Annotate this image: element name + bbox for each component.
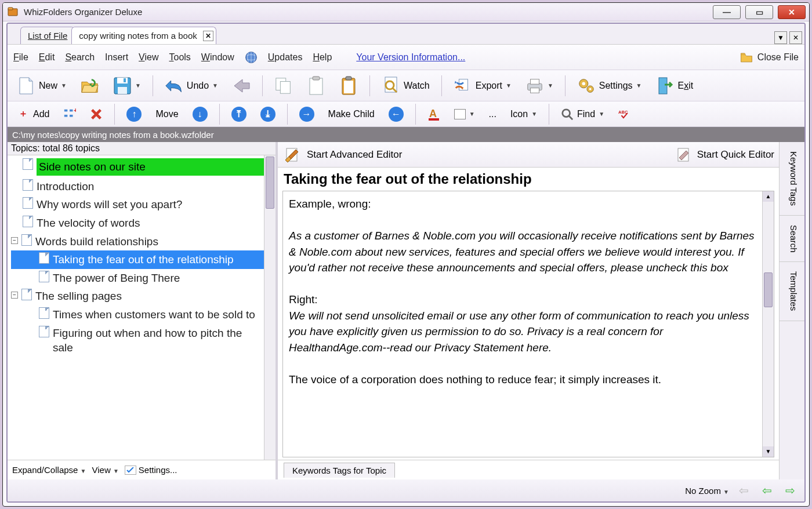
topic-side-notes[interactable]: Side notes on our site <box>11 157 276 177</box>
settings-button[interactable]: Settings ▼ <box>572 74 647 97</box>
note-scrollbar[interactable]: ▲ ▼ <box>762 191 774 457</box>
move-button[interactable]: Move <box>151 107 183 122</box>
folder-icon <box>740 51 753 64</box>
page-icon <box>39 326 49 337</box>
topic-power-being[interactable]: The power of Being There <box>11 269 276 288</box>
font-color-icon: A <box>427 108 440 121</box>
undo-label: Undo <box>187 81 209 91</box>
back-arrow-icon <box>232 77 251 95</box>
paste-button[interactable] <box>302 74 330 97</box>
to-bottom-button[interactable]: ⤓ <box>256 104 280 124</box>
more-button[interactable]: ... <box>484 107 501 122</box>
spellcheck-button[interactable]: ABC <box>614 106 636 123</box>
nav-back-button[interactable]: ⇦ <box>758 483 775 498</box>
print-button[interactable]: ▼ <box>521 74 558 97</box>
tab-close-all-button[interactable]: ✕ <box>789 31 802 44</box>
export-button[interactable]: Export ▼ <box>449 74 516 97</box>
tab-copy-writing-notes[interactable]: copy writing notes from a book ✕ <box>71 27 216 44</box>
side-tab-keyword-tags[interactable]: Keyword Tags <box>780 142 804 216</box>
topic-velocity[interactable]: The velocity of words <box>11 214 276 232</box>
zoom-dropdown[interactable]: No Zoom ▼ <box>685 486 729 496</box>
close-file-button[interactable]: Close File <box>740 51 799 64</box>
save-button[interactable]: ▼ <box>108 74 146 97</box>
tab-dropdown-button[interactable]: ▼ <box>774 31 787 44</box>
svg-rect-9 <box>310 78 322 94</box>
expand-collapse-button[interactable]: Expand/Collapse ▼ <box>12 465 86 475</box>
maximize-button[interactable]: ▭ <box>745 5 773 19</box>
nav-forward-button[interactable]: ⇨ <box>781 483 799 498</box>
minimize-button[interactable]: — <box>713 5 741 19</box>
to-top-button[interactable]: ⤒ <box>227 104 251 124</box>
nav-back-disabled-button[interactable]: ⇦ <box>735 483 752 498</box>
menu-updates[interactable]: Updates <box>268 52 303 63</box>
page-icon <box>21 234 32 246</box>
topic-introduction[interactable]: Introduction <box>11 177 276 196</box>
tree-settings-button[interactable]: Settings... <box>125 465 177 475</box>
svg-rect-25 <box>659 78 667 94</box>
collapse-toggle[interactable]: − <box>11 237 18 244</box>
move-down-button[interactable]: ↓ <box>188 104 212 124</box>
keywords-tab-button[interactable]: Keywords Tags for Topic <box>284 463 395 478</box>
scroll-up-button[interactable]: ▲ <box>763 191 774 202</box>
menu-search[interactable]: Search <box>65 52 95 63</box>
menu-help[interactable]: Help <box>313 52 332 63</box>
clipboard-button[interactable] <box>335 74 362 97</box>
bg-color-button[interactable]: ▼ <box>449 107 480 122</box>
menu-view[interactable]: View <box>139 52 158 63</box>
version-info-link[interactable]: Your Version Information... <box>356 52 465 63</box>
add-button[interactable]: ＋ Add <box>12 106 54 123</box>
start-quick-editor-button[interactable]: Start Quick Editor <box>697 149 774 161</box>
move-up-button[interactable]: ↑ <box>122 104 146 124</box>
color-swatch-icon <box>454 109 466 119</box>
collapse-toggle[interactable]: − <box>11 292 18 299</box>
svg-rect-8 <box>280 81 290 93</box>
window-close-button[interactable]: ✕ <box>778 5 806 19</box>
side-tabs: Keyword Tags Search Templates <box>779 142 804 479</box>
note-body[interactable]: Example, wrong: As a customer of Barnes … <box>282 191 774 457</box>
topic-why-words[interactable]: Why words will set you apart? <box>11 195 276 214</box>
new-button[interactable]: New ▼ <box>12 74 71 97</box>
topic-words-build[interactable]: − Words build relationships <box>11 232 276 251</box>
topic-times-customers[interactable]: Times when customers want to be sold to <box>11 306 276 324</box>
tab-list-of-files[interactable]: List of File <box>20 27 75 44</box>
undo-button[interactable]: Undo ▼ <box>160 74 223 97</box>
svg-point-22 <box>582 82 585 85</box>
tree-footer: Expand/Collapse ▼ View ▼ Settings... <box>8 460 276 479</box>
menu-edit[interactable]: Edit <box>39 52 55 63</box>
tree-scrollbar[interactable] <box>264 155 276 460</box>
scrollbar-thumb[interactable] <box>764 272 773 307</box>
font-color-button[interactable]: A <box>423 106 445 123</box>
open-button[interactable] <box>76 74 104 97</box>
topic-figuring-out[interactable]: Figuring out when and how to pitch the s… <box>11 324 276 357</box>
menu-file[interactable]: File <box>13 52 28 63</box>
close-file-label: Close File <box>757 52 799 63</box>
delete-button[interactable] <box>85 106 107 123</box>
side-tab-templates[interactable]: Templates <box>780 262 804 321</box>
topic-taking-fear[interactable]: Taking the fear out of the relationship <box>11 250 276 269</box>
scrollbar-thumb[interactable] <box>266 157 274 209</box>
tab-close-button[interactable]: ✕ <box>203 31 213 41</box>
tree-view-button[interactable]: View ▼ <box>92 465 119 475</box>
make-child-right-button[interactable]: → <box>295 104 319 124</box>
side-tab-search[interactable]: Search <box>780 216 804 263</box>
start-advanced-editor-button[interactable]: Start Advanced Editor <box>307 149 402 161</box>
floppy-disk-icon <box>113 77 132 95</box>
exit-label: Exit <box>678 81 694 91</box>
make-child-button[interactable]: Make Child <box>324 107 379 122</box>
scroll-down-button[interactable]: ▼ <box>763 446 774 457</box>
make-child-left-button[interactable]: ← <box>384 104 408 124</box>
outline-add-button[interactable]: + <box>59 106 81 123</box>
find-button[interactable]: Find ▼ <box>556 106 609 123</box>
watch-button[interactable]: Watch <box>377 74 434 97</box>
icon-picker-button[interactable]: Icon ▼ <box>506 107 542 122</box>
titlebar: WhizFolders Organizer Deluxe — ▭ ✕ <box>3 3 809 21</box>
watch-label: Watch <box>404 81 430 91</box>
menu-tools[interactable]: Tools <box>169 52 191 63</box>
back-button[interactable] <box>227 74 255 97</box>
menu-window[interactable]: Window <box>201 52 234 63</box>
menu-insert[interactable]: Insert <box>105 52 128 63</box>
topic-selling-pages[interactable]: − The selling pages <box>11 287 276 306</box>
exit-button[interactable]: Exit <box>651 74 698 97</box>
topics-tree[interactable]: Side notes on our site Introduction Why … <box>8 155 276 460</box>
copy-button[interactable] <box>270 74 298 97</box>
